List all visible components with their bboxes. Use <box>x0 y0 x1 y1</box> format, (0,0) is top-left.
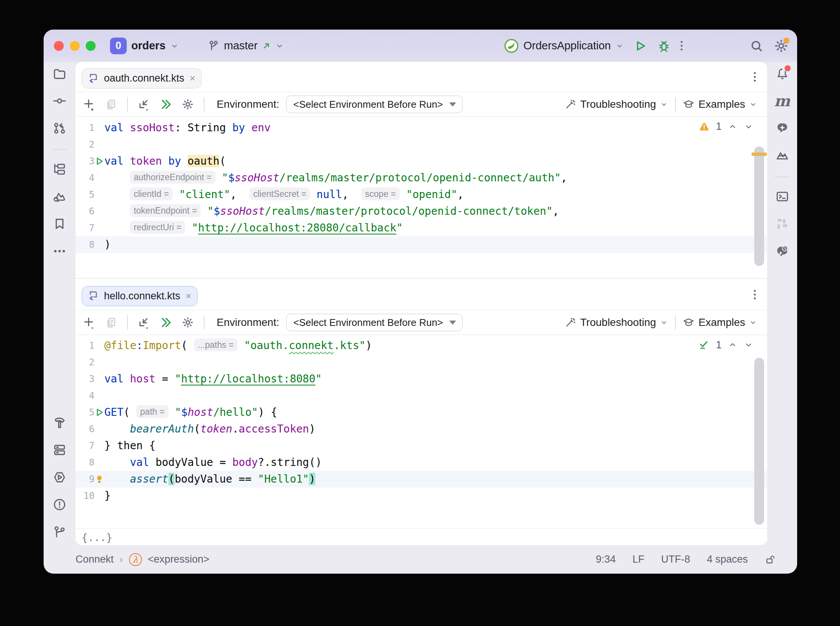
scrollbar-thumb[interactable] <box>754 358 764 525</box>
collapsed-region-footer[interactable]: {...} <box>76 528 767 545</box>
import-button[interactable] <box>136 97 151 112</box>
run-line-icon[interactable] <box>94 156 104 166</box>
troubleshooting-menu[interactable]: Troubleshooting <box>564 98 668 110</box>
unlocked-padlock-icon[interactable] <box>764 554 776 565</box>
close-icon[interactable]: × <box>186 290 191 302</box>
editor-options-kebab-icon[interactable] <box>754 290 756 299</box>
code-line-5[interactable]: 5GET( path = "$host/hello") { <box>76 404 767 421</box>
inspections-widget[interactable]: 1 <box>698 339 753 351</box>
add-request-button[interactable] <box>82 97 97 112</box>
breadcrumb-root[interactable]: Connekt <box>76 554 114 565</box>
tab-oauth-connekt-kts[interactable]: oauth.connekt.kts × <box>82 68 202 88</box>
code-line-5[interactable]: 5 clientId = "client", clientSecret = nu… <box>76 186 767 203</box>
code-line-1[interactable]: 1@file:Import( ...paths = "oauth.connekt… <box>76 337 767 354</box>
code-line-6[interactable]: 6 bearerAuth(token.accessToken) <box>76 421 767 437</box>
examples-menu[interactable]: Examples <box>683 98 757 110</box>
caret-position[interactable]: 9:34 <box>596 554 616 565</box>
editor-hello[interactable]: 1@file:Import( ...paths = "oauth.connekt… <box>76 335 767 528</box>
code-line-4[interactable]: 4 <box>76 387 767 404</box>
examples-menu[interactable]: Examples <box>683 316 757 329</box>
services-icon[interactable] <box>52 443 67 457</box>
structure-icon[interactable] <box>52 162 67 176</box>
tab-hello-connekt-kts[interactable]: hello.connekt.kts × <box>82 286 198 306</box>
scrollbar[interactable] <box>754 335 764 528</box>
breadcrumb-leaf[interactable]: <expression> <box>148 554 209 565</box>
code-line-7[interactable]: 7} then { <box>76 437 767 454</box>
code-line-2[interactable]: 2 <box>76 354 767 371</box>
commit-icon[interactable] <box>52 94 67 108</box>
code-line-3[interactable]: 3val host = "http://localhost:8080" <box>76 371 767 387</box>
prev-issue-chevron-icon[interactable] <box>728 122 738 132</box>
code-line-7[interactable]: 7 redirectUri = "http://localhost:28080/… <box>76 220 767 236</box>
gutter-slot[interactable] <box>94 471 104 488</box>
environment-select[interactable]: <Select Environment Before Run> <box>286 96 462 113</box>
gutter-slot <box>94 387 104 404</box>
troubleshooting-menu[interactable]: Troubleshooting <box>564 316 668 329</box>
recent-chat-clock-icon[interactable] <box>775 244 790 258</box>
run-all-button[interactable] <box>158 97 173 112</box>
search-icon[interactable] <box>749 39 764 53</box>
more-icon[interactable] <box>52 244 67 258</box>
copy-button[interactable] <box>104 315 119 330</box>
code-line-1[interactable]: 1val ssoHost: String by env <box>76 120 767 136</box>
copy-button[interactable] <box>104 97 119 112</box>
run-anything-icon[interactable] <box>52 470 67 484</box>
line-ending[interactable]: LF <box>632 554 645 565</box>
debug-icon[interactable] <box>657 39 671 53</box>
editor-oauth[interactable]: 1val ssoHost: String by env23val token b… <box>76 117 767 278</box>
prev-issue-chevron-icon[interactable] <box>728 340 738 350</box>
maven-icon[interactable]: m <box>775 94 790 108</box>
code-line-10[interactable]: 10} <box>76 488 767 504</box>
close-icon[interactable]: × <box>190 72 195 84</box>
import-button[interactable] <box>136 315 151 330</box>
gutter-slot[interactable] <box>94 404 104 421</box>
intention-bulb-icon[interactable] <box>94 474 104 484</box>
settings-gear-icon[interactable] <box>774 38 789 53</box>
code-line-4[interactable]: 4 authorizeEndpoint = "$ssoHost/realms/m… <box>76 170 767 186</box>
code-line-8[interactable]: 8 val bodyValue = body?.string() <box>76 454 767 471</box>
find-image-icon[interactable] <box>52 189 67 204</box>
maximize-window-button[interactable] <box>86 41 96 51</box>
pull-requests-icon[interactable] <box>52 121 67 135</box>
code-text: } then { <box>104 437 156 454</box>
add-request-button[interactable] <box>82 315 97 330</box>
run-all-button[interactable] <box>158 315 173 330</box>
environment-select[interactable]: <Select Environment Before Run> <box>286 314 462 331</box>
settings-gear-icon[interactable] <box>180 97 195 112</box>
build-hammer-icon[interactable] <box>52 415 67 430</box>
ai-assistant-icon[interactable] <box>775 121 790 135</box>
project-widget[interactable]: 0 orders <box>110 38 179 54</box>
code-line-6[interactable]: 6 tokenEndpoint = "$ssoHost/realms/maste… <box>76 203 767 220</box>
close-window-button[interactable] <box>54 41 64 51</box>
code-line-2[interactable]: 2 <box>76 136 767 153</box>
code-line-9[interactable]: 9 assert(bodyValue == "Hello1") <box>76 471 767 488</box>
line-number: 3 <box>80 371 94 387</box>
code-line-3[interactable]: 3val token by oauth( <box>76 153 767 170</box>
gradle-mountains-icon[interactable] <box>775 148 790 163</box>
code-line-8[interactable]: 8) <box>76 236 767 253</box>
bookmarks-icon[interactable] <box>52 217 67 231</box>
inspections-widget[interactable]: 1 <box>698 121 753 132</box>
run-line-icon[interactable] <box>94 407 104 417</box>
problems-icon[interactable] <box>52 497 67 512</box>
plugin-faded-icon[interactable] <box>775 217 790 231</box>
run-icon[interactable] <box>634 39 647 53</box>
notifications-bell-icon[interactable] <box>775 66 790 81</box>
vcs-widget[interactable]: master <box>207 39 284 52</box>
terminal-icon[interactable] <box>775 189 790 204</box>
indent-setting[interactable]: 4 spaces <box>707 554 748 565</box>
next-issue-chevron-icon[interactable] <box>744 340 753 350</box>
scrollbar[interactable] <box>754 117 764 278</box>
more-kebab-icon[interactable] <box>681 41 683 50</box>
run-configuration-widget[interactable]: OrdersApplication <box>504 38 624 53</box>
file-encoding[interactable]: UTF-8 <box>661 554 690 565</box>
minimize-window-button[interactable] <box>70 41 80 51</box>
version-control-icon[interactable] <box>52 525 67 539</box>
scrollbar-warning-mark[interactable] <box>752 153 767 156</box>
settings-gear-icon[interactable] <box>180 315 195 330</box>
editor-options-kebab-icon[interactable] <box>754 72 756 82</box>
scrollbar-thumb[interactable] <box>754 146 764 266</box>
gutter-slot[interactable] <box>94 153 104 170</box>
next-issue-chevron-icon[interactable] <box>744 122 753 132</box>
project-folder-icon[interactable] <box>52 66 67 81</box>
